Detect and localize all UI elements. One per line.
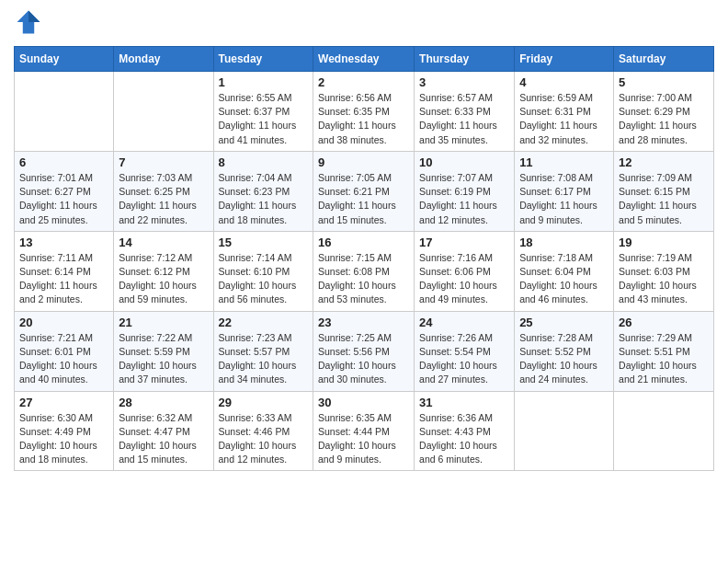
calendar-cell: 6Sunrise: 7:01 AM Sunset: 6:27 PM Daylig… <box>15 151 114 231</box>
day-number: 18 <box>519 236 609 249</box>
day-number: 24 <box>419 316 509 329</box>
day-info: Sunrise: 7:11 AM Sunset: 6:14 PM Dayligh… <box>19 251 108 307</box>
day-number: 3 <box>419 75 509 89</box>
day-info: Sunrise: 6:59 AM Sunset: 6:31 PM Dayligh… <box>519 91 609 147</box>
calendar-cell: 20Sunrise: 7:21 AM Sunset: 6:01 PM Dayli… <box>15 311 114 391</box>
day-info: Sunrise: 7:28 AM Sunset: 5:52 PM Dayligh… <box>519 331 609 387</box>
day-header-friday: Friday <box>515 47 614 72</box>
calendar-cell <box>114 72 213 152</box>
calendar-cell: 2Sunrise: 6:56 AM Sunset: 6:35 PM Daylig… <box>313 72 415 152</box>
day-number: 10 <box>419 155 509 169</box>
day-info: Sunrise: 7:29 AM Sunset: 5:51 PM Dayligh… <box>619 331 709 387</box>
day-info: Sunrise: 6:35 AM Sunset: 4:44 PM Dayligh… <box>318 411 409 467</box>
calendar-cell: 14Sunrise: 7:12 AM Sunset: 6:12 PM Dayli… <box>114 231 213 311</box>
calendar-cell: 10Sunrise: 7:07 AM Sunset: 6:19 PM Dayli… <box>415 151 515 231</box>
day-info: Sunrise: 6:55 AM Sunset: 6:37 PM Dayligh… <box>219 91 309 147</box>
calendar-cell: 29Sunrise: 6:33 AM Sunset: 4:46 PM Dayli… <box>213 391 313 471</box>
calendar-week-1: 1Sunrise: 6:55 AM Sunset: 6:37 PM Daylig… <box>15 72 714 152</box>
calendar-cell: 8Sunrise: 7:04 AM Sunset: 6:23 PM Daylig… <box>213 151 313 231</box>
calendar-week-5: 27Sunrise: 6:30 AM Sunset: 4:49 PM Dayli… <box>15 391 714 471</box>
day-number: 17 <box>419 236 509 249</box>
day-header-tuesday: Tuesday <box>213 47 313 72</box>
calendar-cell: 15Sunrise: 7:14 AM Sunset: 6:10 PM Dayli… <box>213 231 313 311</box>
calendar-cell: 18Sunrise: 7:18 AM Sunset: 6:04 PM Dayli… <box>515 231 614 311</box>
day-number: 26 <box>619 316 709 329</box>
day-info: Sunrise: 7:23 AM Sunset: 5:57 PM Dayligh… <box>219 331 309 387</box>
calendar-cell: 30Sunrise: 6:35 AM Sunset: 4:44 PM Dayli… <box>313 391 415 471</box>
svg-marker-1 <box>28 11 40 22</box>
calendar-cell: 21Sunrise: 7:22 AM Sunset: 5:59 PM Dayli… <box>114 311 213 391</box>
day-header-monday: Monday <box>114 47 213 72</box>
calendar-cell: 24Sunrise: 7:26 AM Sunset: 5:54 PM Dayli… <box>415 311 515 391</box>
day-info: Sunrise: 7:14 AM Sunset: 6:10 PM Dayligh… <box>219 251 309 307</box>
day-info: Sunrise: 7:00 AM Sunset: 6:29 PM Dayligh… <box>619 91 709 147</box>
calendar-cell: 3Sunrise: 6:57 AM Sunset: 6:33 PM Daylig… <box>415 72 515 152</box>
calendar-cell: 7Sunrise: 7:03 AM Sunset: 6:25 PM Daylig… <box>114 151 213 231</box>
day-info: Sunrise: 6:33 AM Sunset: 4:46 PM Dayligh… <box>219 411 309 467</box>
calendar-cell <box>515 391 614 471</box>
day-info: Sunrise: 7:04 AM Sunset: 6:23 PM Dayligh… <box>219 171 309 227</box>
calendar-cell: 22Sunrise: 7:23 AM Sunset: 5:57 PM Dayli… <box>213 311 313 391</box>
day-info: Sunrise: 7:09 AM Sunset: 6:15 PM Dayligh… <box>619 171 709 227</box>
calendar-week-4: 20Sunrise: 7:21 AM Sunset: 6:01 PM Dayli… <box>15 311 714 391</box>
day-number: 12 <box>619 155 709 169</box>
day-info: Sunrise: 6:36 AM Sunset: 4:43 PM Dayligh… <box>419 411 509 467</box>
day-number: 4 <box>519 75 609 89</box>
day-number: 20 <box>19 316 108 329</box>
calendar-page: SundayMondayTuesdayWednesdayThursdayFrid… <box>0 0 728 485</box>
calendar-header: SundayMondayTuesdayWednesdayThursdayFrid… <box>15 47 714 72</box>
day-header-sunday: Sunday <box>15 47 114 72</box>
calendar-cell: 1Sunrise: 6:55 AM Sunset: 6:37 PM Daylig… <box>213 72 313 152</box>
calendar-week-2: 6Sunrise: 7:01 AM Sunset: 6:27 PM Daylig… <box>15 151 714 231</box>
calendar-cell: 13Sunrise: 7:11 AM Sunset: 6:14 PM Dayli… <box>15 231 114 311</box>
calendar-cell: 5Sunrise: 7:00 AM Sunset: 6:29 PM Daylig… <box>614 72 714 152</box>
day-info: Sunrise: 7:18 AM Sunset: 6:04 PM Dayligh… <box>519 251 609 307</box>
calendar-cell: 11Sunrise: 7:08 AM Sunset: 6:17 PM Dayli… <box>515 151 614 231</box>
calendar-cell <box>614 391 714 471</box>
day-info: Sunrise: 7:03 AM Sunset: 6:25 PM Dayligh… <box>119 171 208 227</box>
day-number: 14 <box>119 236 208 249</box>
day-number: 31 <box>419 396 509 409</box>
day-info: Sunrise: 6:57 AM Sunset: 6:33 PM Dayligh… <box>419 91 509 147</box>
day-number: 25 <box>519 316 609 329</box>
day-info: Sunrise: 7:12 AM Sunset: 6:12 PM Dayligh… <box>119 251 208 307</box>
day-number: 1 <box>219 75 309 89</box>
calendar-cell: 9Sunrise: 7:05 AM Sunset: 6:21 PM Daylig… <box>313 151 415 231</box>
calendar-cell: 25Sunrise: 7:28 AM Sunset: 5:52 PM Dayli… <box>515 311 614 391</box>
calendar-cell: 26Sunrise: 7:29 AM Sunset: 5:51 PM Dayli… <box>614 311 714 391</box>
day-number: 5 <box>619 75 709 89</box>
day-number: 2 <box>318 75 409 89</box>
calendar-body: 1Sunrise: 6:55 AM Sunset: 6:37 PM Daylig… <box>15 72 714 471</box>
day-number: 15 <box>219 236 309 249</box>
calendar-cell: 16Sunrise: 7:15 AM Sunset: 6:08 PM Dayli… <box>313 231 415 311</box>
calendar-week-3: 13Sunrise: 7:11 AM Sunset: 6:14 PM Dayli… <box>15 231 714 311</box>
day-info: Sunrise: 7:05 AM Sunset: 6:21 PM Dayligh… <box>318 171 409 227</box>
day-info: Sunrise: 7:08 AM Sunset: 6:17 PM Dayligh… <box>519 171 609 227</box>
day-info: Sunrise: 6:32 AM Sunset: 4:47 PM Dayligh… <box>119 411 208 467</box>
day-number: 13 <box>19 236 108 249</box>
day-info: Sunrise: 7:15 AM Sunset: 6:08 PM Dayligh… <box>318 251 409 307</box>
day-number: 30 <box>318 396 409 409</box>
logo <box>14 9 41 39</box>
day-info: Sunrise: 7:26 AM Sunset: 5:54 PM Dayligh… <box>419 331 509 387</box>
day-number: 11 <box>519 155 609 169</box>
day-number: 6 <box>19 155 108 169</box>
day-number: 27 <box>19 396 108 409</box>
day-info: Sunrise: 7:01 AM Sunset: 6:27 PM Dayligh… <box>19 171 108 227</box>
calendar-cell: 31Sunrise: 6:36 AM Sunset: 4:43 PM Dayli… <box>415 391 515 471</box>
day-info: Sunrise: 6:56 AM Sunset: 6:35 PM Dayligh… <box>318 91 409 147</box>
calendar-cell: 28Sunrise: 6:32 AM Sunset: 4:47 PM Dayli… <box>114 391 213 471</box>
day-number: 8 <box>219 155 309 169</box>
calendar-cell: 12Sunrise: 7:09 AM Sunset: 6:15 PM Dayli… <box>614 151 714 231</box>
day-info: Sunrise: 7:16 AM Sunset: 6:06 PM Dayligh… <box>419 251 509 307</box>
day-number: 7 <box>119 155 208 169</box>
calendar-cell <box>15 72 114 152</box>
day-number: 28 <box>119 396 208 409</box>
day-info: Sunrise: 7:22 AM Sunset: 5:59 PM Dayligh… <box>119 331 208 387</box>
day-number: 9 <box>318 155 409 169</box>
day-number: 16 <box>318 236 409 249</box>
days-header-row: SundayMondayTuesdayWednesdayThursdayFrid… <box>15 47 714 72</box>
logo-icon <box>16 9 41 35</box>
calendar-cell: 17Sunrise: 7:16 AM Sunset: 6:06 PM Dayli… <box>415 231 515 311</box>
header <box>14 9 714 39</box>
